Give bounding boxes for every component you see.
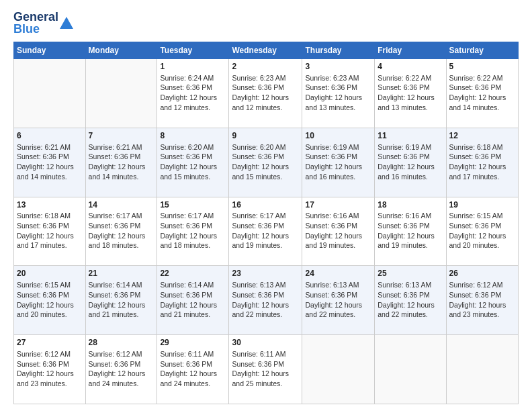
day-number: 13 — [17, 199, 83, 211]
day-number: 25 — [378, 268, 443, 279]
calendar-day-cell: 7Sunrise: 6:21 AMSunset: 6:36 PMDaylight… — [85, 128, 157, 197]
calendar-day-cell: 9Sunrise: 6:20 AMSunset: 6:36 PMDaylight… — [229, 128, 302, 197]
calendar-day-cell: 28Sunrise: 6:12 AMSunset: 6:36 PMDayligh… — [85, 335, 157, 404]
logo-triangle-icon — [60, 17, 73, 29]
header: General Blue — [13, 11, 519, 35]
calendar-day-cell: 18Sunrise: 6:16 AMSunset: 6:36 PMDayligh… — [375, 197, 446, 266]
page: General Blue SundayMondayTuesdayWednesda… — [0, 0, 532, 411]
day-number: 21 — [89, 268, 154, 279]
day-info: Sunrise: 6:13 AMSunset: 6:36 PMDaylight:… — [232, 280, 299, 320]
day-info: Sunrise: 6:12 AMSunset: 6:36 PMDaylight:… — [89, 349, 154, 389]
day-number: 14 — [89, 199, 154, 211]
day-number: 4 — [378, 61, 443, 73]
day-info: Sunrise: 6:18 AMSunset: 6:36 PMDaylight:… — [17, 211, 83, 250]
day-number: 23 — [232, 268, 299, 279]
day-number: 12 — [449, 130, 515, 142]
day-info: Sunrise: 6:24 AMSunset: 6:36 PMDaylight:… — [160, 73, 226, 113]
calendar-day-cell: 26Sunrise: 6:12 AMSunset: 6:36 PMDayligh… — [446, 266, 518, 335]
calendar-day-cell — [446, 335, 518, 404]
calendar-day-cell: 22Sunrise: 6:14 AMSunset: 6:36 PMDayligh… — [157, 266, 229, 335]
logo-general-text: General — [13, 11, 58, 23]
day-number: 2 — [232, 61, 299, 73]
calendar-week-row: 1Sunrise: 6:24 AMSunset: 6:36 PMDaylight… — [14, 59, 519, 128]
calendar-day-header: Friday — [375, 42, 446, 59]
calendar-day-cell: 14Sunrise: 6:17 AMSunset: 6:36 PMDayligh… — [85, 197, 157, 266]
day-number: 29 — [160, 337, 226, 349]
calendar-day-cell: 2Sunrise: 6:23 AMSunset: 6:36 PMDaylight… — [229, 59, 302, 128]
day-info: Sunrise: 6:13 AMSunset: 6:36 PMDaylight:… — [378, 280, 443, 320]
day-info: Sunrise: 6:21 AMSunset: 6:36 PMDaylight:… — [89, 142, 154, 182]
calendar-day-header: Tuesday — [157, 42, 229, 59]
calendar-day-header: Sunday — [14, 42, 86, 59]
calendar-day-cell: 13Sunrise: 6:18 AMSunset: 6:36 PMDayligh… — [14, 197, 86, 266]
calendar-day-cell: 1Sunrise: 6:24 AMSunset: 6:36 PMDaylight… — [157, 59, 229, 128]
calendar-day-cell: 6Sunrise: 6:21 AMSunset: 6:36 PMDaylight… — [14, 128, 86, 197]
calendar-day-cell: 29Sunrise: 6:11 AMSunset: 6:36 PMDayligh… — [157, 335, 229, 404]
day-number: 30 — [232, 337, 299, 349]
calendar-table: SundayMondayTuesdayWednesdayThursdayFrid… — [13, 42, 519, 404]
calendar-day-cell: 16Sunrise: 6:17 AMSunset: 6:36 PMDayligh… — [229, 197, 302, 266]
day-info: Sunrise: 6:11 AMSunset: 6:36 PMDaylight:… — [160, 349, 226, 389]
day-info: Sunrise: 6:16 AMSunset: 6:36 PMDaylight:… — [305, 211, 371, 250]
calendar-day-cell: 23Sunrise: 6:13 AMSunset: 6:36 PMDayligh… — [229, 266, 302, 335]
logo: General Blue — [13, 11, 73, 35]
calendar-week-row: 27Sunrise: 6:12 AMSunset: 6:36 PMDayligh… — [14, 335, 519, 404]
calendar-day-cell — [375, 335, 446, 404]
day-number: 3 — [305, 61, 371, 73]
day-number: 8 — [160, 130, 226, 142]
day-number: 11 — [378, 130, 443, 142]
calendar-day-header: Wednesday — [229, 42, 302, 59]
day-info: Sunrise: 6:19 AMSunset: 6:36 PMDaylight:… — [378, 142, 443, 182]
day-info: Sunrise: 6:17 AMSunset: 6:36 PMDaylight:… — [89, 211, 154, 250]
day-number: 16 — [232, 199, 299, 211]
day-info: Sunrise: 6:17 AMSunset: 6:36 PMDaylight:… — [160, 211, 226, 250]
calendar-day-cell: 17Sunrise: 6:16 AMSunset: 6:36 PMDayligh… — [302, 197, 375, 266]
calendar-day-cell: 30Sunrise: 6:11 AMSunset: 6:36 PMDayligh… — [229, 335, 302, 404]
day-info: Sunrise: 6:22 AMSunset: 6:36 PMDaylight:… — [449, 73, 515, 113]
day-number: 28 — [89, 337, 154, 349]
calendar-day-cell: 21Sunrise: 6:14 AMSunset: 6:36 PMDayligh… — [85, 266, 157, 335]
day-info: Sunrise: 6:20 AMSunset: 6:36 PMDaylight:… — [232, 142, 299, 182]
calendar-day-cell — [14, 59, 86, 128]
calendar-day-header: Thursday — [302, 42, 375, 59]
logo-blue-text: Blue — [13, 23, 58, 35]
day-info: Sunrise: 6:14 AMSunset: 6:36 PMDaylight:… — [89, 280, 154, 320]
day-info: Sunrise: 6:13 AMSunset: 6:36 PMDaylight:… — [305, 280, 371, 320]
day-number: 22 — [160, 268, 226, 279]
day-number: 18 — [378, 199, 443, 211]
calendar-day-cell: 5Sunrise: 6:22 AMSunset: 6:36 PMDaylight… — [446, 59, 518, 128]
calendar-week-row: 20Sunrise: 6:15 AMSunset: 6:36 PMDayligh… — [14, 266, 519, 335]
day-info: Sunrise: 6:21 AMSunset: 6:36 PMDaylight:… — [17, 142, 83, 182]
day-number: 5 — [449, 61, 515, 73]
day-info: Sunrise: 6:11 AMSunset: 6:36 PMDaylight:… — [232, 349, 299, 389]
day-info: Sunrise: 6:20 AMSunset: 6:36 PMDaylight:… — [160, 142, 226, 182]
day-number: 15 — [160, 199, 226, 211]
calendar-day-cell: 20Sunrise: 6:15 AMSunset: 6:36 PMDayligh… — [14, 266, 86, 335]
calendar-week-row: 6Sunrise: 6:21 AMSunset: 6:36 PMDaylight… — [14, 128, 519, 197]
day-number: 17 — [305, 199, 371, 211]
calendar-day-header: Saturday — [446, 42, 518, 59]
day-number: 7 — [89, 130, 154, 142]
calendar-day-cell: 10Sunrise: 6:19 AMSunset: 6:36 PMDayligh… — [302, 128, 375, 197]
calendar-day-cell: 24Sunrise: 6:13 AMSunset: 6:36 PMDayligh… — [302, 266, 375, 335]
day-info: Sunrise: 6:23 AMSunset: 6:36 PMDaylight:… — [305, 73, 371, 113]
day-info: Sunrise: 6:15 AMSunset: 6:36 PMDaylight:… — [17, 280, 83, 320]
day-info: Sunrise: 6:12 AMSunset: 6:36 PMDaylight:… — [449, 280, 515, 320]
day-info: Sunrise: 6:14 AMSunset: 6:36 PMDaylight:… — [160, 280, 226, 320]
day-number: 19 — [449, 199, 515, 211]
calendar-day-cell: 25Sunrise: 6:13 AMSunset: 6:36 PMDayligh… — [375, 266, 446, 335]
day-info: Sunrise: 6:12 AMSunset: 6:36 PMDaylight:… — [17, 349, 83, 389]
day-number: 20 — [17, 268, 83, 279]
day-number: 9 — [232, 130, 299, 142]
calendar-day-cell: 12Sunrise: 6:18 AMSunset: 6:36 PMDayligh… — [446, 128, 518, 197]
calendar-day-cell — [302, 335, 375, 404]
day-info: Sunrise: 6:17 AMSunset: 6:36 PMDaylight:… — [232, 211, 299, 250]
day-info: Sunrise: 6:18 AMSunset: 6:36 PMDaylight:… — [449, 142, 515, 182]
day-number: 10 — [305, 130, 371, 142]
calendar-day-cell: 27Sunrise: 6:12 AMSunset: 6:36 PMDayligh… — [14, 335, 86, 404]
calendar-day-cell: 8Sunrise: 6:20 AMSunset: 6:36 PMDaylight… — [157, 128, 229, 197]
calendar-day-header: Monday — [85, 42, 157, 59]
calendar-header-row: SundayMondayTuesdayWednesdayThursdayFrid… — [14, 42, 519, 59]
day-number: 26 — [449, 268, 515, 279]
calendar-day-cell: 4Sunrise: 6:22 AMSunset: 6:36 PMDaylight… — [375, 59, 446, 128]
